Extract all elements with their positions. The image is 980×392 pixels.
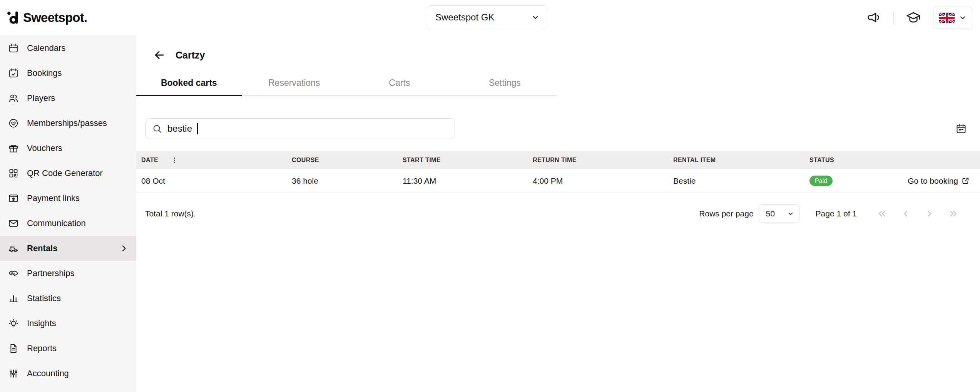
column-header-rental-item: Rental item [673, 157, 809, 164]
tab-bar: Booked carts Reservations Carts Settings [136, 72, 557, 96]
sidebar-item-label: Payment links [27, 193, 80, 203]
tab-settings[interactable]: Settings [452, 72, 558, 95]
uk-flag-icon [939, 13, 955, 23]
chevrons-left-icon [876, 208, 888, 219]
rows-per-page-label: Rows per page [699, 209, 753, 218]
chevrons-right-icon [948, 208, 959, 219]
announcements-button[interactable] [865, 9, 883, 27]
chevron-right-icon [119, 244, 129, 253]
arrow-left-icon [153, 49, 166, 61]
column-header-return-time: Return time [533, 157, 673, 164]
go-to-booking-link[interactable]: Go to booking [908, 176, 970, 186]
handshake-icon [8, 268, 19, 279]
search-icon [152, 124, 162, 134]
column-header-status: Status [809, 157, 980, 164]
search-input[interactable]: bestie [145, 118, 455, 139]
sweetspot-logo-icon [7, 10, 19, 25]
topbar-divider [893, 11, 894, 24]
page-header: Cartzy [136, 47, 980, 63]
logo[interactable]: Sweetspot. [7, 10, 87, 25]
golf-cart-icon [8, 243, 19, 254]
sidebar-item-qr-code-generator[interactable]: QR Code Generator [0, 161, 136, 186]
date-filter-button[interactable] [954, 121, 968, 136]
sidebar-item-label: Reports [27, 343, 57, 353]
logo-text: Sweetspot. [23, 10, 87, 25]
last-page-button[interactable] [946, 206, 961, 221]
pager [875, 206, 961, 221]
column-header-date: Date [141, 156, 292, 165]
calendar-range-icon [955, 123, 967, 134]
cell-status-action: Paid Go to booking [809, 176, 980, 186]
sidebar-item-insights[interactable]: Insights [0, 311, 136, 336]
sidebar-item-payment-links[interactable]: Payment links [0, 186, 136, 211]
sidebar-item-label: Insights [27, 318, 56, 328]
academy-icon [906, 10, 921, 25]
people-icon [8, 93, 19, 104]
payment-window-icon [8, 193, 19, 204]
chevron-left-icon [900, 208, 911, 219]
envelope-icon [8, 218, 19, 229]
sidebar-item-reports[interactable]: Reports [0, 336, 136, 361]
sidebar-item-communication[interactable]: Communication [0, 211, 136, 236]
table-row[interactable]: 08 Oct 36 hole 11:30 AM 4:00 PM Bestie P… [136, 169, 980, 193]
calendar-icon [8, 43, 19, 54]
sidebar-item-rentals[interactable]: Rentals [0, 236, 136, 261]
bar-chart-icon [8, 293, 19, 304]
search-input-value: bestie [167, 123, 192, 134]
sidebar-item-vouchers[interactable]: Vouchers [0, 136, 136, 161]
sidebar-item-label: Vouchers [27, 143, 62, 153]
page-info: Page 1 of 1 [816, 209, 857, 218]
sidebar-item-label: QR Code Generator [27, 168, 103, 178]
organization-selector[interactable]: Sweetspot GK [426, 5, 548, 29]
status-badge: Paid [809, 176, 833, 186]
announcement-icon [867, 10, 881, 25]
rows-per-page-select[interactable]: 50 [759, 204, 799, 223]
column-header-course: Course [292, 157, 403, 164]
cell-return-time: 4:00 PM [533, 176, 673, 186]
dots-vertical-icon [171, 156, 178, 164]
pagination-controls: Rows per page 50 Page 1 of 1 [699, 204, 961, 223]
sidebar-item-label: Partnerships [27, 268, 75, 278]
cell-start-time: 11:30 AM [403, 176, 533, 186]
cell-date: 08 Oct [141, 176, 292, 186]
sliders-icon [8, 368, 19, 379]
sidebar-item-memberships[interactable]: Memberships/passes [0, 111, 136, 136]
sidebar-item-calendars[interactable]: Calendars [0, 35, 136, 60]
table-footer: Total 1 row(s). Rows per page 50 Page 1 … [136, 202, 980, 225]
cell-course: 36 hole [292, 176, 403, 186]
sidebar-item-label: Bookings [27, 68, 62, 78]
next-page-button[interactable] [922, 206, 937, 221]
sidebar-item-label: Memberships/passes [27, 118, 107, 128]
qr-code-icon [8, 168, 19, 179]
page-title: Cartzy [176, 50, 205, 61]
chevron-down-icon [787, 210, 794, 218]
chevron-down-icon [958, 13, 967, 22]
tab-reservations[interactable]: Reservations [242, 72, 347, 95]
lightbulb-icon [8, 318, 19, 329]
tab-booked-carts[interactable]: Booked carts [136, 72, 242, 96]
gift-icon [8, 143, 19, 154]
previous-page-button[interactable] [898, 206, 913, 221]
sidebar-item-label: Accounting [27, 369, 69, 379]
sidebar-item-players[interactable]: Players [0, 85, 136, 111]
sidebar-item-statistics[interactable]: Statistics [0, 286, 136, 311]
calendar-check-icon [8, 68, 19, 79]
table-header-row: Date Course Start time Return time Renta… [136, 151, 980, 169]
language-selector[interactable] [933, 7, 973, 29]
sidebar-item-partnerships[interactable]: Partnerships [0, 261, 136, 286]
sidebar-item-label: Rentals [27, 243, 57, 253]
toolbar: bestie [136, 118, 980, 139]
topbar: Sweetspot. Sweetspot GK [0, 0, 980, 35]
tab-carts[interactable]: Carts [347, 72, 452, 95]
academy-button[interactable] [904, 8, 923, 27]
organization-selector-value: Sweetspot GK [435, 12, 494, 23]
first-page-button[interactable] [875, 206, 889, 221]
total-rows-text: Total 1 row(s). [145, 209, 196, 218]
back-button[interactable] [152, 48, 166, 62]
sidebar-item-accounting[interactable]: Accounting [0, 361, 136, 386]
date-column-menu-button[interactable] [170, 156, 179, 165]
sidebar-item-label: Statistics [27, 293, 61, 303]
chevron-right-icon [924, 208, 935, 219]
sidebar-item-bookings[interactable]: Bookings [0, 60, 136, 85]
report-icon [8, 343, 19, 354]
